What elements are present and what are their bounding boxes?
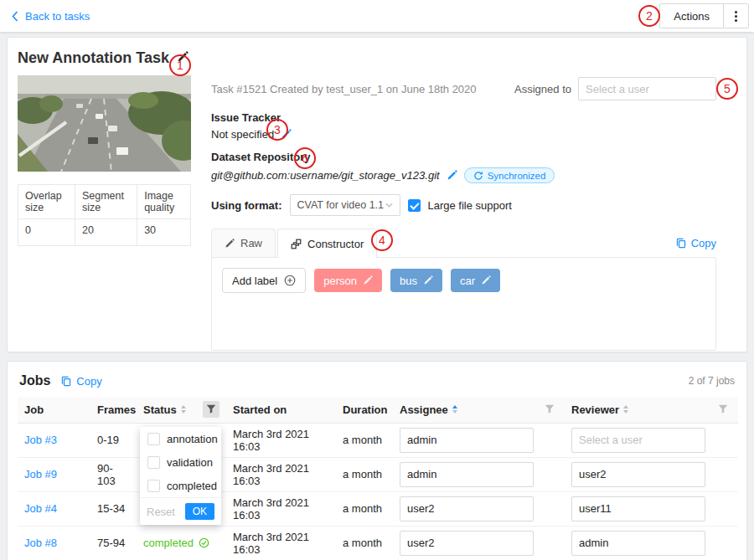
filter-option-completed[interactable]: completed bbox=[140, 474, 221, 497]
task-details-card: New Annotation Task bbox=[7, 37, 747, 352]
sync-icon bbox=[473, 171, 483, 181]
job-link[interactable]: Job #3 bbox=[24, 434, 57, 446]
format-select[interactable]: CVAT for video 1.1 bbox=[290, 194, 400, 216]
pencil-icon bbox=[481, 275, 491, 285]
job-reviewer-input[interactable] bbox=[571, 462, 705, 487]
filter-reset-button[interactable]: Reset bbox=[147, 506, 175, 518]
job-link[interactable]: Job #9 bbox=[24, 468, 57, 480]
assignee-filter-icon[interactable] bbox=[541, 401, 558, 418]
tab-constructor-label: Constructor bbox=[307, 238, 364, 250]
status-sorter[interactable] bbox=[181, 405, 186, 414]
annotation-circle-4: 4 bbox=[371, 229, 393, 251]
copy-icon bbox=[675, 237, 687, 249]
pencil-icon bbox=[447, 170, 457, 181]
status-filter-icon[interactable] bbox=[203, 401, 219, 418]
sync-status-label: Synchronized bbox=[488, 171, 546, 181]
annotation-circle-1: 1 bbox=[169, 54, 191, 76]
param-header-segment: Segment size bbox=[75, 185, 137, 219]
annotation-checkbox[interactable] bbox=[147, 433, 160, 445]
task-title-row: New Annotation Task bbox=[18, 49, 736, 67]
job-started: March 3rd 2021 16:03 bbox=[226, 526, 336, 560]
label-chip-car-text: car bbox=[460, 275, 475, 287]
using-format-label: Using format: bbox=[211, 199, 282, 212]
job-duration: a month bbox=[336, 526, 393, 560]
job-reviewer-input[interactable] bbox=[571, 531, 705, 556]
job-reviewer-input[interactable] bbox=[571, 496, 705, 521]
assignee-select-input[interactable] bbox=[578, 77, 716, 100]
edit-repository-icon[interactable] bbox=[447, 170, 457, 181]
job-duration: a month bbox=[336, 457, 393, 491]
tab-constructor[interactable]: Constructor bbox=[277, 229, 377, 258]
label-chip-car[interactable]: car bbox=[451, 269, 500, 292]
param-value-segment: 20 bbox=[75, 219, 137, 246]
filter-funnel-icon bbox=[718, 404, 728, 414]
annotation-circle-6: 6 bbox=[294, 147, 316, 169]
large-file-checkbox[interactable] bbox=[408, 199, 421, 212]
assigned-to-label: Assigned to bbox=[514, 83, 571, 95]
edit-label-icon[interactable] bbox=[423, 275, 433, 285]
task-meta-text: Task #1521 Created by test_user_1 on Jun… bbox=[211, 83, 477, 95]
job-row: Job #4 15-34 March 3rd 2021 16:03 a mont… bbox=[18, 491, 738, 526]
param-value-quality: 30 bbox=[137, 219, 191, 246]
job-row: Job #3 0-19 March 3rd 2021 16:03 a month bbox=[18, 423, 738, 457]
add-label-text: Add label bbox=[232, 275, 277, 287]
back-to-tasks-link[interactable]: Back to tasks bbox=[12, 10, 90, 23]
label-chip-bus[interactable]: bus bbox=[390, 269, 442, 292]
job-assignee-input[interactable] bbox=[400, 531, 534, 556]
filter-funnel-icon bbox=[545, 404, 555, 414]
label-chip-person-text: person bbox=[323, 275, 357, 287]
page-content: New Annotation Task bbox=[0, 32, 754, 560]
issue-tracker-label: Issue Tracker bbox=[211, 111, 716, 124]
dataset-repository-url[interactable]: git@github.com:username/git_storage_v123… bbox=[211, 169, 440, 182]
job-assignee-input[interactable] bbox=[400, 462, 534, 487]
jobs-copy-label: Copy bbox=[76, 375, 101, 388]
validation-checkbox[interactable] bbox=[147, 456, 160, 469]
filter-ok-button[interactable]: OK bbox=[185, 503, 214, 520]
filter-option-validation[interactable]: validation bbox=[140, 450, 221, 474]
col-reviewer: Reviewer bbox=[571, 403, 619, 416]
actions-menu-button[interactable] bbox=[724, 3, 749, 28]
pencil-icon bbox=[225, 239, 235, 249]
col-frames: Frames bbox=[97, 403, 136, 416]
pencil-icon bbox=[423, 275, 433, 285]
labels-copy-button[interactable]: Copy bbox=[675, 237, 716, 249]
job-started: March 3rd 2021 16:03 bbox=[226, 423, 336, 457]
reviewer-filter-icon[interactable] bbox=[715, 401, 731, 418]
job-reviewer-input[interactable] bbox=[571, 428, 705, 453]
ellipsis-icon bbox=[735, 11, 737, 13]
assignee-sorter[interactable] bbox=[452, 405, 457, 414]
jobs-copy-button[interactable]: Copy bbox=[60, 375, 101, 388]
issue-tracker-value: Not specified bbox=[211, 128, 274, 141]
edit-label-icon[interactable] bbox=[363, 275, 373, 285]
actions-button-group: Actions bbox=[659, 3, 749, 28]
annotation-circle-2: 2 bbox=[638, 5, 660, 27]
chevron-left-icon bbox=[12, 11, 18, 22]
annotation-circle-3: 3 bbox=[266, 119, 288, 141]
job-assignee-input[interactable] bbox=[400, 428, 534, 453]
sync-status-badge[interactable]: Synchronized bbox=[464, 167, 555, 183]
add-label-button[interactable]: Add label bbox=[222, 268, 306, 293]
job-row: Job #9 90-103 March 3rd 2021 16:03 a mon… bbox=[18, 457, 738, 491]
status-filter-dropdown: annotation validation completed Reset OK bbox=[140, 427, 221, 525]
edit-label-icon[interactable] bbox=[481, 275, 491, 285]
format-row: Using format: CVAT for video 1.1 Large f… bbox=[211, 194, 716, 216]
jobs-header: Jobs Copy 2 of 7 jobs bbox=[19, 373, 735, 388]
reviewer-sorter[interactable] bbox=[623, 405, 628, 414]
col-started: Started on bbox=[233, 403, 287, 416]
jobs-table: Job Frames Status Started on Duration As bbox=[18, 397, 738, 560]
job-link[interactable]: Job #8 bbox=[24, 537, 57, 549]
labels-copy-label: Copy bbox=[691, 237, 716, 249]
filter-footer: Reset OK bbox=[140, 497, 221, 525]
actions-button[interactable]: Actions bbox=[659, 3, 724, 28]
label-chip-person[interactable]: person bbox=[314, 269, 382, 292]
filter-option-annotation[interactable]: annotation bbox=[140, 427, 221, 450]
jobs-count: 2 of 7 jobs bbox=[689, 375, 735, 387]
job-link[interactable]: Job #4 bbox=[24, 502, 57, 515]
param-value-overlap: 0 bbox=[18, 219, 75, 246]
check-circle-icon bbox=[199, 537, 209, 548]
job-started: March 3rd 2021 16:03 bbox=[226, 457, 336, 491]
tab-raw[interactable]: Raw bbox=[211, 229, 276, 257]
completed-checkbox[interactable] bbox=[147, 480, 160, 492]
task-title: New Annotation Task bbox=[18, 49, 169, 67]
job-assignee-input[interactable] bbox=[400, 496, 534, 521]
